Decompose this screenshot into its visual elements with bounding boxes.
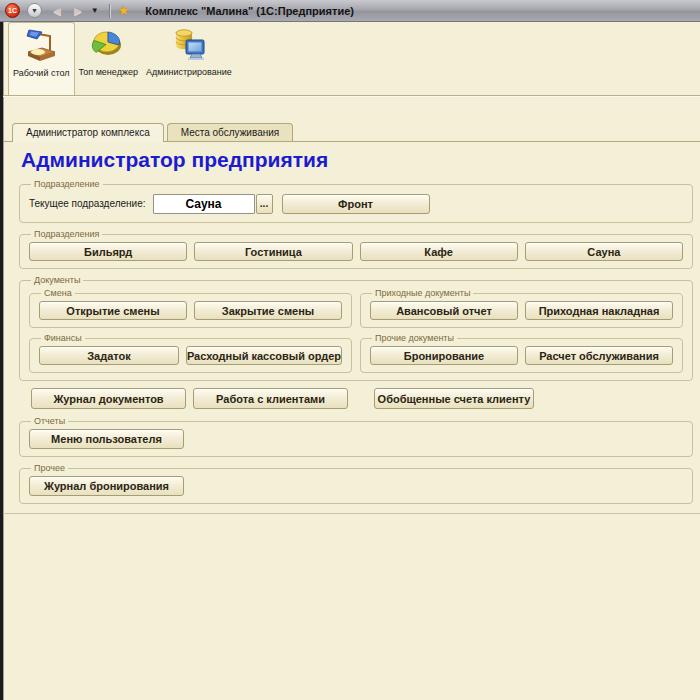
client-summary-accounts-button[interactable]: Обобщенные счета клиенту xyxy=(374,388,534,409)
1c-logo-icon: 1С xyxy=(8,7,17,14)
finance-button-row: Задаток Расходный кассовый ордер xyxy=(39,346,342,365)
back-icon[interactable]: ◄ xyxy=(51,5,63,17)
tab-service-places[interactable]: Места обслуживания xyxy=(167,123,294,141)
shift-button-row: Открытие смены Закрытие смены xyxy=(39,301,342,320)
group-reports: Отчеты Меню пользователя xyxy=(19,416,693,457)
documents-right-column: Приходные документы Авансовый отчет Прих… xyxy=(360,288,683,373)
close-shift-button[interactable]: Закрытие смены xyxy=(194,301,342,320)
group-documents: Документы Смена Открытие смены Закрытие … xyxy=(19,275,693,381)
window-body: Рабочий стол Топ менеджер xyxy=(0,22,700,700)
toolbar-item-administration[interactable]: Администрирование xyxy=(142,22,236,95)
group-shift: Смена Открытие смены Закрытие смены xyxy=(29,288,352,328)
page-title: Администратор предприятия xyxy=(21,148,693,172)
group-documents-legend: Документы xyxy=(31,275,83,285)
billiards-button[interactable]: Бильярд xyxy=(29,242,187,261)
tabstrip: Администратор комплекса Места обслуживан… xyxy=(3,122,700,142)
toolbar-item-label: Администрирование xyxy=(146,67,232,78)
booking-journal-button[interactable]: Журнал бронирования xyxy=(29,476,184,496)
tab-complex-administrator[interactable]: Администратор комплекса xyxy=(12,123,164,142)
incoming-button-row: Авансовый отчет Приходная накладная xyxy=(370,301,673,320)
pie-chart-icon xyxy=(90,27,126,63)
group-shift-legend: Смена xyxy=(41,288,75,298)
open-shift-button[interactable]: Открытие смены xyxy=(39,301,187,320)
sauna-button[interactable]: Сауна xyxy=(525,242,683,261)
chevron-down-icon: ▼ xyxy=(31,7,38,14)
quick-access-dropdown-button[interactable]: ▼ xyxy=(27,3,42,18)
history-dropdown-icon[interactable]: ▼ xyxy=(91,6,99,15)
other-documents-button-row: Бронирование Расчет обслуживания xyxy=(370,346,673,365)
incoming-invoice-button[interactable]: Приходная накладная xyxy=(525,301,673,320)
group-reports-legend: Отчеты xyxy=(31,416,68,426)
group-other: Прочее Журнал бронирования xyxy=(19,463,693,504)
toolbar-item-top-manager[interactable]: Топ менеджер xyxy=(75,22,142,95)
form-area: Администратор предприятия Подразделение … xyxy=(3,143,700,514)
service-calculation-button[interactable]: Расчет обслуживания xyxy=(525,346,673,365)
booking-button[interactable]: Бронирование xyxy=(370,346,518,365)
database-computer-icon xyxy=(171,27,207,63)
group-incoming-documents-legend: Приходные документы xyxy=(372,288,473,298)
group-finance: Финансы Задаток Расходный кассовый ордер xyxy=(29,333,352,373)
group-divisions-legend: Подразделения xyxy=(31,229,102,239)
group-division-legend: Подразделение xyxy=(31,179,103,189)
front-button[interactable]: Фронт xyxy=(282,194,430,214)
group-incoming-documents: Приходные документы Авансовый отчет Прих… xyxy=(360,288,683,328)
documents-journal-button[interactable]: Журнал документов xyxy=(31,388,186,409)
deposit-button[interactable]: Задаток xyxy=(39,346,179,365)
toolbar-item-desktop[interactable]: Рабочий стол xyxy=(8,22,75,95)
cash-expense-order-button[interactable]: Расходный кассовый ордер xyxy=(186,346,342,365)
group-finance-legend: Финансы xyxy=(41,333,85,343)
group-other-legend: Прочее xyxy=(31,463,68,473)
group-division: Подразделение Текущее подразделение: ...… xyxy=(19,179,693,223)
group-other-documents: Прочие документы Бронирование Расчет обс… xyxy=(360,333,683,373)
toolbar-item-label: Рабочий стол xyxy=(13,68,70,79)
hotel-button[interactable]: Гостиница xyxy=(194,242,352,261)
advance-report-button[interactable]: Авансовый отчет xyxy=(370,301,518,320)
division-row: Текущее подразделение: ... Фронт xyxy=(29,192,683,215)
divisions-button-row: Бильярд Гостиница Кафе Сауна xyxy=(29,242,683,261)
titlebar: 1С ▼ ◄ ► ▼ ★ Комплекс "Малина" (1С:Предп… xyxy=(0,0,700,22)
group-other-documents-legend: Прочие документы xyxy=(372,333,457,343)
desk-lamp-icon xyxy=(23,28,59,64)
favorites-star-icon[interactable]: ★ xyxy=(118,4,130,17)
toolbar-item-label: Топ менеджер xyxy=(79,67,138,78)
current-division-input[interactable] xyxy=(153,194,255,214)
app-menu-button[interactable]: 1С xyxy=(5,3,20,18)
documents-grid: Смена Открытие смены Закрытие смены Фина… xyxy=(29,288,683,373)
forward-icon[interactable]: ► xyxy=(72,5,84,17)
division-picker-ellipsis-button[interactable]: ... xyxy=(256,194,273,214)
client-work-button[interactable]: Работа с клиентами xyxy=(193,388,348,409)
user-menu-button[interactable]: Меню пользователя xyxy=(29,429,184,449)
actions-row: Журнал документов Работа с клиентами Обо… xyxy=(31,388,693,409)
window-title: Комплекс "Малина" (1С:Предприятие) xyxy=(145,5,354,17)
documents-left-column: Смена Открытие смены Закрытие смены Фина… xyxy=(29,288,352,373)
group-divisions: Подразделения Бильярд Гостиница Кафе Сау… xyxy=(19,229,693,269)
section-toolbar: Рабочий стол Топ менеджер xyxy=(3,22,700,96)
current-division-label: Текущее подразделение: xyxy=(29,198,146,209)
titlebar-separator xyxy=(109,4,110,18)
cafe-button[interactable]: Кафе xyxy=(360,242,518,261)
